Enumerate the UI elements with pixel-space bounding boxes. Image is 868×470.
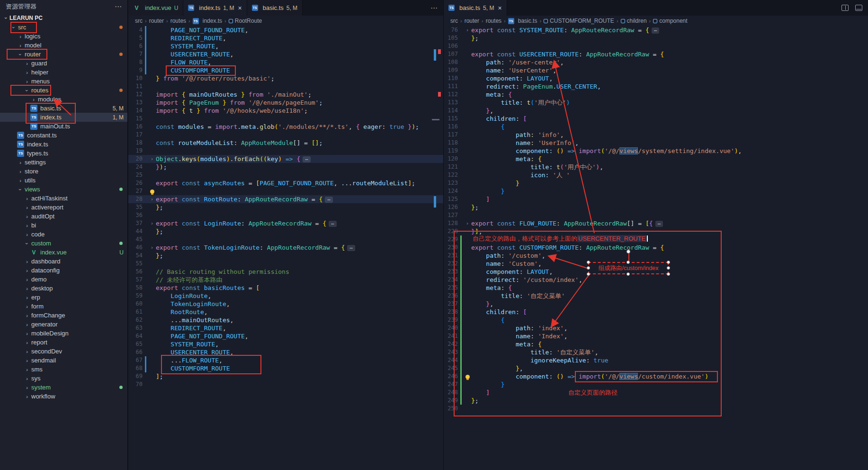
tree-item-mainOut.ts[interactable]: TSmainOut.ts: [0, 122, 127, 131]
tree-item-system[interactable]: ›system: [0, 383, 127, 392]
chevron-right-icon[interactable]: ›: [24, 304, 30, 309]
tree-item-utils[interactable]: ›utils: [0, 176, 127, 185]
tree-item-guard[interactable]: ›guard: [0, 59, 127, 68]
tree-item-routes[interactable]: ›routes: [0, 86, 127, 95]
chevron-right-icon[interactable]: ›: [24, 259, 30, 264]
code-line[interactable]: 112 meta: {: [444, 90, 868, 99]
chevron-right-icon[interactable]: ›: [17, 169, 24, 174]
chevron-right-icon[interactable]: ›: [24, 331, 30, 336]
code-line[interactable]: 119 component: () => import('/@/views/sy…: [444, 147, 868, 155]
breadcrumb-item-routes[interactable]: routes: [486, 18, 501, 24]
tree-item-custom[interactable]: ›custom: [0, 239, 127, 248]
code-line[interactable]: 233 component: LAYOUT,: [444, 268, 868, 276]
chevron-right-icon[interactable]: ›: [24, 313, 30, 318]
code-line[interactable]: 125 ]: [444, 195, 868, 203]
lightbulb-icon[interactable]: [465, 375, 470, 379]
chevron-right-icon[interactable]: ›: [24, 376, 30, 381]
tree-item-modules[interactable]: ›modules: [0, 95, 127, 104]
tree-item-mobileDesign[interactable]: ›mobileDesign: [0, 329, 127, 338]
code-line[interactable]: 66 USERCENTER_ROUTE,: [128, 348, 443, 356]
code-line[interactable]: 58export const basicRoutes = [: [128, 284, 443, 292]
code-line[interactable]: 107export const USERCENTER_ROUTE: AppRou…: [444, 50, 868, 58]
code-line[interactable]: 60 TokenLoginRoute,: [128, 300, 443, 308]
chevron-right-icon[interactable]: ›: [17, 34, 24, 39]
tree-item-dashboard[interactable]: ›dashboard: [0, 257, 127, 266]
tree-item-dataconfig[interactable]: ›dataconfig: [0, 266, 127, 275]
code-line[interactable]: 118 name: 'UserInfo',: [444, 139, 868, 147]
code-line[interactable]: 122 icon: '人 ': [444, 171, 868, 179]
tree-item-report[interactable]: ›report: [0, 338, 127, 347]
breadcrumb-item-router[interactable]: router: [149, 18, 164, 24]
tree-item-model[interactable]: ›model: [0, 41, 127, 50]
code-line[interactable]: 63 REDIRECT_ROUTE,: [128, 324, 443, 332]
code-line[interactable]: 5 REDIRECT_ROUTE,: [128, 34, 443, 42]
code-line[interactable]: 28›export const RootRoute: AppRouteRecor…: [128, 195, 443, 203]
code-line[interactable]: 128›export const FLOW_ROUTE: AppRouteRec…: [444, 219, 868, 227]
code-line[interactable]: 67 ...FLOW_ROUTE,: [128, 356, 443, 364]
tree-item-index.ts[interactable]: TSindex.ts1, M: [0, 113, 127, 122]
code-line[interactable]: 109 name: 'UserCenter',: [444, 66, 868, 74]
chevron-down-icon[interactable]: ›: [11, 24, 17, 31]
tree-item-workflow[interactable]: ›workflow: [0, 392, 127, 401]
code-line[interactable]: 229: [444, 235, 868, 244]
code-line[interactable]: 57// 未经许可的基本路由: [128, 276, 443, 284]
chevron-right-icon[interactable]: ›: [24, 70, 30, 75]
tree-item-actHiTaskinst[interactable]: ›actHiTaskinst: [0, 194, 127, 203]
chevron-right-icon[interactable]: ›: [17, 43, 24, 48]
chevron-right-icon[interactable]: ›: [24, 223, 30, 228]
tree-item-settings[interactable]: ›settings: [0, 158, 127, 167]
code-line[interactable]: 239 {: [444, 316, 868, 324]
code-line[interactable]: 44};: [128, 227, 443, 235]
chevron-right-icon[interactable]: ›: [24, 205, 30, 210]
chevron-right-icon[interactable]: ›: [24, 214, 30, 219]
code-line[interactable]: 10} from '/@/router/routes/basic';: [128, 74, 443, 82]
code-line[interactable]: 113 title: t('用户中心'): [444, 99, 868, 107]
code-line[interactable]: 76›export const SYSTEM_ROUTE: AppRouteRe…: [444, 26, 868, 34]
tree-item-views[interactable]: ›views: [0, 185, 127, 194]
code-line[interactable]: 14import { t } from '/@/hooks/web/useI18…: [128, 107, 443, 115]
breadcrumb-item-basic.ts[interactable]: TSbasic.ts: [508, 18, 537, 24]
code-line[interactable]: 11: [128, 82, 443, 90]
code-line[interactable]: 110 component: LAYOUT,: [444, 74, 868, 82]
code-line[interactable]: 6 SYSTEM_ROUTE,: [128, 42, 443, 50]
code-line[interactable]: 16const modules = import.meta.glob('./mo…: [128, 123, 443, 131]
code-line[interactable]: 18const routeModuleList: AppRouteModule[…: [128, 139, 443, 147]
lightbulb-icon[interactable]: [150, 190, 154, 194]
code-line[interactable]: 55: [128, 260, 443, 268]
code-line[interactable]: 230export const CUSTOMFORM_ROUTE: AppRou…: [444, 244, 868, 252]
chevron-right-icon[interactable]: ›: [24, 340, 30, 345]
code-line[interactable]: 59 LoginRoute,: [128, 292, 443, 300]
code-line[interactable]: 24});: [128, 163, 443, 171]
chevron-right-icon[interactable]: ›: [17, 160, 24, 165]
code-line[interactable]: 228}];: [444, 227, 868, 235]
code-line[interactable]: 241 name: 'Index',: [444, 332, 868, 340]
code-line[interactable]: 35};: [128, 203, 443, 211]
tree-item-index.vue[interactable]: Vindex.vueU: [0, 248, 127, 257]
code-line[interactable]: 61 RootRoute,: [128, 308, 443, 316]
fold-chevron-icon[interactable]: ›: [148, 155, 156, 163]
tree-item-helper[interactable]: ›helper: [0, 68, 127, 77]
tab-basic.ts[interactable]: TSbasic.ts5, M: [247, 0, 303, 16]
chevron-right-icon[interactable]: ›: [24, 277, 30, 282]
chevron-down-icon[interactable]: ›: [18, 51, 23, 58]
tree-item-demo[interactable]: ›demo: [0, 275, 127, 284]
code-line[interactable]: 56// Basic routing without permissions: [128, 268, 443, 276]
tree-item-sys[interactable]: ›sys: [0, 374, 127, 383]
code-line[interactable]: 9 CUSTOMFORM_ROUTE: [128, 66, 443, 74]
code-line[interactable]: 121 title: t('用户中心'),: [444, 163, 868, 171]
code-line[interactable]: 8 FLOW_ROUTE,: [128, 58, 443, 66]
code-line[interactable]: 123 }: [444, 179, 868, 187]
code-line[interactable]: 65 SYSTEM_ROUTE,: [128, 340, 443, 348]
tree-item-sms[interactable]: ›sms: [0, 365, 127, 374]
code-line[interactable]: 105};: [444, 34, 868, 42]
code-line[interactable]: 13import { PageEnum } from '/@/enums/pag…: [128, 99, 443, 107]
fold-chevron-icon[interactable]: ›: [148, 195, 156, 203]
tree-item-form[interactable]: ›form: [0, 302, 127, 311]
code-line[interactable]: 20›Object.keys(modules).forEach((key) =>…: [128, 155, 443, 163]
code-line[interactable]: 126};: [444, 203, 868, 211]
editor-layout-icon[interactable]: [855, 5, 862, 11]
code-line[interactable]: 247 }: [444, 380, 868, 389]
code-line[interactable]: 7 USERCENTER_ROUTE,: [128, 50, 443, 58]
chevron-right-icon[interactable]: ›: [24, 295, 30, 300]
tree-item-auditOpt[interactable]: ›auditOpt: [0, 212, 127, 221]
